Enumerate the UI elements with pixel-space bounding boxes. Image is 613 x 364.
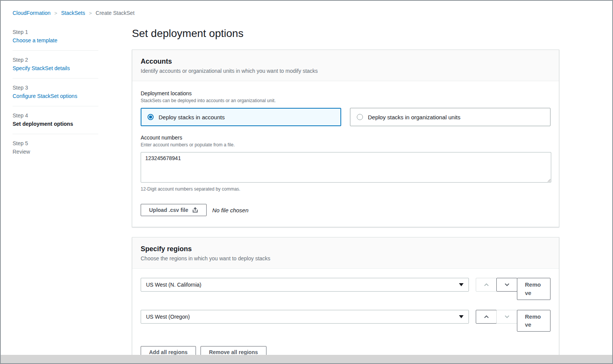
move-up-button-1[interactable]	[476, 278, 497, 292]
browser-frame: CloudFormation > StackSets > Create Stac…	[0, 0, 613, 364]
step-3-link[interactable]: Configure StackSet options	[13, 93, 98, 99]
chevron-up-icon	[483, 281, 490, 288]
upload-csv-button-label: Upload .csv file	[149, 207, 188, 213]
accounts-card-description: Identify accounts or organizational unit…	[141, 68, 550, 74]
deployment-locations-label: Deployment locations	[141, 90, 550, 96]
accounts-card: Accounts Identify accounts or organizati…	[132, 50, 559, 227]
account-numbers-helper: 12-Digit account numbers separated by co…	[141, 186, 550, 192]
deployment-location-tiles: Deploy stacks in accounts Deploy stacks …	[141, 108, 550, 126]
specify-regions-card: Specify regions Choose the regions in wh…	[132, 237, 559, 355]
chevron-down-icon	[459, 315, 464, 318]
step-1-link[interactable]: Choose a template	[13, 37, 98, 43]
remove-all-regions-button[interactable]: Remove all regions	[201, 346, 266, 355]
breadcrumb: CloudFormation > StackSets > Create Stac…	[13, 10, 612, 16]
upload-csv-button[interactable]: Upload .csv file	[141, 204, 207, 216]
chevron-down-icon	[504, 313, 510, 320]
region-select-1-value: US West (N. California)	[146, 282, 201, 288]
remove-region-button-2[interactable]: Remove	[517, 310, 550, 332]
radio-tile-deploy-accounts[interactable]: Deploy stacks in accounts	[141, 108, 341, 126]
step-4-current: Set deployment options	[13, 121, 98, 127]
radio-tile-label: Deploy stacks in accounts	[159, 114, 225, 120]
step-4: Step 4 Set deployment options	[13, 106, 98, 134]
region-select-2-value: US West (Oregon)	[146, 314, 190, 320]
main-content: Set deployment options Accounts Identify…	[132, 27, 559, 355]
account-numbers-input[interactable]: 123245678941	[141, 152, 551, 183]
regions-card-title: Specify regions	[141, 245, 550, 253]
region-actions: Add all regions Remove all regions	[141, 346, 550, 355]
accounts-card-body: Deployment locations StackSets can be de…	[132, 81, 559, 227]
accounts-card-title: Accounts	[141, 58, 550, 66]
step-5-number: Step 5	[13, 140, 98, 146]
step-1-number: Step 1	[13, 29, 98, 35]
chevron-up-icon	[483, 313, 490, 320]
step-2: Step 2 Specify StackSet details	[13, 50, 98, 78]
step-3-number: Step 3	[13, 85, 98, 91]
regions-card-description: Choose the regions in which you want to …	[141, 255, 550, 261]
page: CloudFormation > StackSets > Create Stac…	[1, 1, 612, 355]
region-row: US West (N. California)	[141, 278, 550, 300]
radio-selected-icon	[148, 114, 154, 120]
page-title: Set deployment options	[132, 27, 559, 40]
deployment-locations-description: StackSets can be deployed into accounts …	[141, 98, 550, 103]
step-1: Step 1 Choose a template	[13, 27, 98, 50]
chevron-down-icon	[459, 283, 464, 286]
chevron-down-icon	[504, 281, 510, 288]
move-down-button-2[interactable]	[496, 310, 517, 324]
move-down-button-1[interactable]	[496, 278, 517, 292]
accounts-card-header: Accounts Identify accounts or organizati…	[132, 50, 559, 81]
step-3: Step 3 Configure StackSet options	[13, 78, 98, 106]
move-up-button-2[interactable]	[476, 310, 497, 324]
region-select-1[interactable]: US West (N. California)	[141, 278, 469, 292]
radio-tile-label: Deploy stacks in organizational units	[368, 114, 461, 120]
wizard-steps-sidebar: Step 1 Choose a template Step 2 Specify …	[13, 27, 98, 162]
file-status-text: No file chosen	[212, 207, 249, 213]
radio-tile-deploy-org-units[interactable]: Deploy stacks in organizational units	[350, 108, 550, 126]
breadcrumb-stacksets[interactable]: StackSets	[61, 10, 85, 16]
breadcrumb-current: Create StackSet	[96, 10, 135, 16]
step-5-label: Review	[13, 149, 98, 155]
account-numbers-description: Enter account numbers or populate from a…	[141, 142, 550, 148]
account-numbers-label: Account numbers	[141, 135, 550, 141]
breadcrumb-separator-icon: >	[55, 10, 58, 16]
step-2-link[interactable]: Specify StackSet details	[13, 65, 98, 71]
step-5: Step 5 Review	[13, 134, 98, 162]
step-2-number: Step 2	[13, 57, 98, 63]
step-4-number: Step 4	[13, 112, 98, 119]
upload-row: Upload .csv file No file chosen	[141, 204, 550, 216]
region-select-2[interactable]: US West (Oregon)	[141, 310, 469, 324]
regions-card-body: US West (N. California)	[132, 269, 559, 355]
region-row: US West (Oregon)	[141, 310, 550, 332]
regions-card-header: Specify regions Choose the regions in wh…	[132, 237, 559, 269]
remove-region-button-1[interactable]: Remove	[517, 278, 550, 300]
breadcrumb-cloudformation[interactable]: CloudFormation	[13, 10, 51, 16]
radio-unselected-icon	[357, 114, 363, 120]
add-all-regions-button[interactable]: Add all regions	[141, 346, 196, 355]
upload-icon	[192, 207, 198, 213]
breadcrumb-separator-icon: >	[89, 10, 92, 16]
